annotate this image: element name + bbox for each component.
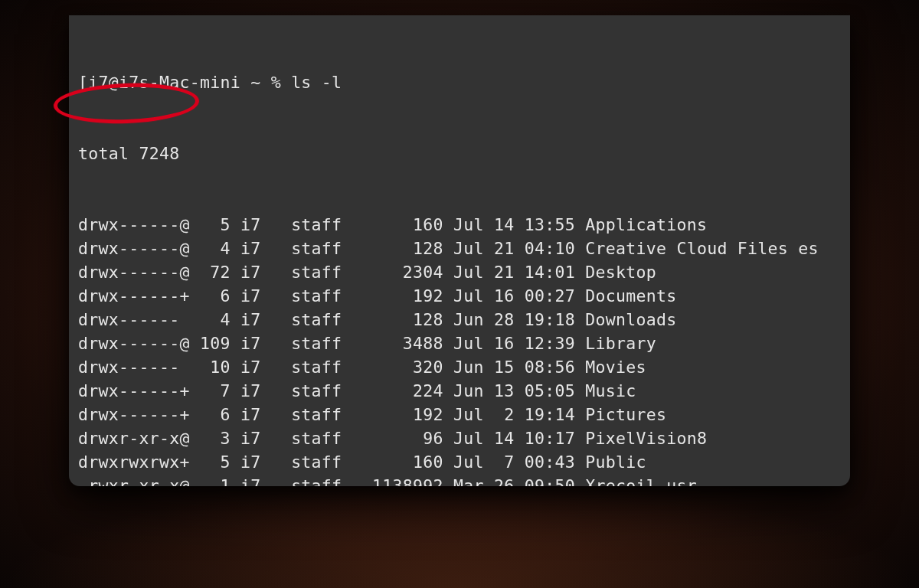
listing-row: drwx------ 4 i7 staff 128 Jun 28 19:18 D… bbox=[78, 308, 844, 332]
listing-row: drwx------@ 72 i7 staff 2304 Jul 21 14:0… bbox=[78, 260, 844, 284]
total-line: total 7248 bbox=[78, 142, 844, 165]
listing-row: drwx------@ 109 i7 staff 3488 Jul 16 12:… bbox=[78, 332, 844, 355]
listing-row: -rwxr-xr-x@ 1 i7 staff 1138992 Mar 26 09… bbox=[78, 474, 844, 486]
listing-row: drwx------ 10 i7 staff 320 Jun 15 08:56 … bbox=[78, 355, 844, 379]
terminal-window[interactable]: [i7@i7s-Mac-mini ~ % ls -l total 7248 dr… bbox=[69, 15, 850, 486]
listing-row: drwxr-xr-x@ 3 i7 staff 96 Jul 14 10:17 P… bbox=[78, 426, 844, 450]
prompt-line: [i7@i7s-Mac-mini ~ % ls -l bbox=[78, 70, 844, 94]
background-glow bbox=[0, 481, 919, 588]
terminal-output[interactable]: [i7@i7s-Mac-mini ~ % ls -l total 7248 dr… bbox=[78, 23, 844, 486]
listing-row: drwx------@ 4 i7 staff 128 Jul 21 04:10 … bbox=[78, 237, 844, 260]
listing-row: drwx------+ 6 i7 staff 192 Jul 16 00:27 … bbox=[78, 284, 844, 308]
listing-row: drwx------@ 5 i7 staff 160 Jul 14 13:55 … bbox=[78, 213, 844, 237]
listing-row: drwx------+ 6 i7 staff 192 Jul 2 19:14 P… bbox=[78, 403, 844, 426]
listing-row: drwxrwxrwx+ 5 i7 staff 160 Jul 7 00:43 P… bbox=[78, 450, 844, 474]
listing-row: drwx------+ 7 i7 staff 224 Jun 13 05:05 … bbox=[78, 379, 844, 403]
